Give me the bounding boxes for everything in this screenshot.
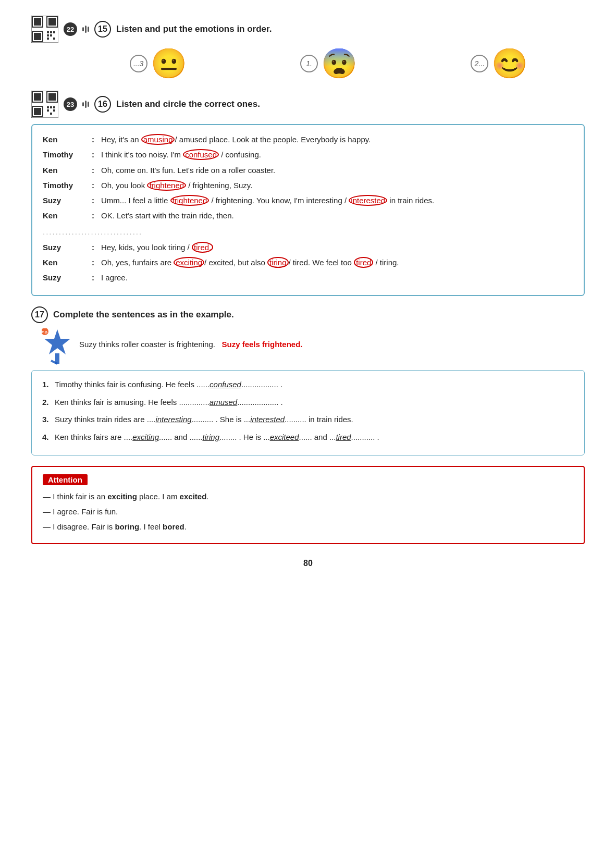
ex-num-3: 3. xyxy=(42,413,52,426)
dialogue-text-tim2: Oh, you look frightened / frightening, S… xyxy=(101,179,573,191)
svg-rect-9 xyxy=(53,31,55,33)
ex-text-3: Suzy thinks train rides are ....interest… xyxy=(55,413,353,426)
speaker-suzy2: Suzy xyxy=(43,243,90,252)
ex-row-2: 2. Ken thinks fair is amusing. He feels … xyxy=(42,396,574,409)
dialogue-text-ken3: OK. Let's start with the train ride, the… xyxy=(101,210,573,221)
circled-amusing: amusing xyxy=(141,134,175,145)
dialogue-row-ken1: Ken : Hey, it's an amusing/ amused place… xyxy=(43,133,573,145)
attention-line-2: — I agree. Fair is fun. xyxy=(43,506,573,518)
emoji-item-1: ...3 😐 xyxy=(130,49,187,78)
ex-answer-3a: interesting xyxy=(155,415,191,424)
task-number-17: 17 xyxy=(31,306,48,323)
svg-rect-4 xyxy=(48,18,56,26)
speaker-suzy1: Suzy xyxy=(43,196,90,205)
attention-line-1: — I think fair is an exciting place. I a… xyxy=(43,490,573,503)
circled-frightened2: frightened xyxy=(170,195,210,206)
ex-text-1: Timothy thinks fair is confusing. He fee… xyxy=(55,378,282,391)
exercise-box: 1. Timothy thinks fair is confusing. He … xyxy=(31,370,585,455)
emoji-item-3: 2... 😊 xyxy=(471,49,528,78)
example-sentence: Suzy thinks roller coaster is frightenin… xyxy=(79,340,215,349)
svg-rect-24 xyxy=(53,109,55,112)
task-number-15: 15 xyxy=(94,21,111,38)
dialogue-row-ken4: Ken : Oh, yes, funfairs are exciting/ ex… xyxy=(43,256,573,268)
svg-rect-6 xyxy=(34,33,41,40)
emoji-order-row: ...3 😐 1. 😨 2... 😊 xyxy=(73,49,585,78)
ex-row-1: 1. Timothy thinks fair is confusing. He … xyxy=(42,378,574,391)
page-number: 80 xyxy=(31,559,585,568)
task-number-16: 16 xyxy=(94,96,111,113)
ex-text-4: Ken thinks fairs are ....exciting...... … xyxy=(55,430,379,444)
separator: ............................... xyxy=(43,227,573,236)
speaker-ken2: Ken xyxy=(43,166,90,175)
circled-confused: confused xyxy=(183,149,219,160)
speaker-tim2: Timothy xyxy=(43,181,90,190)
dialogue-text-ken1: Hey, it's an amusing/ amused place. Look… xyxy=(101,133,573,145)
bold-boring: boring xyxy=(115,522,139,531)
ex-text-2: Ken thinks fair is amusing. He feels ...… xyxy=(55,396,283,409)
svg-rect-21 xyxy=(47,106,49,108)
dialogue-text-ken4: Oh, yes, funfairs are exciting/ excited,… xyxy=(101,256,573,268)
svg-rect-20 xyxy=(34,108,41,115)
dialogue-text-tim1: I think it's too noisy. I'm confused / c… xyxy=(101,149,573,161)
dialogue-text-ken2: Oh, come on. It's fun. Let's ride on a r… xyxy=(101,164,573,176)
speaker-suzy3: Suzy xyxy=(43,273,90,282)
dialogue-row-suzy2: Suzy : Hey, kids, you look tiring / tire… xyxy=(43,241,573,253)
svg-rect-13 xyxy=(47,38,49,40)
dialogue-text-suzy1: Umm... I feel a little frightened / frig… xyxy=(101,194,573,206)
svg-rect-2 xyxy=(34,18,41,26)
svg-rect-10 xyxy=(47,34,49,36)
svg-rect-18 xyxy=(48,93,56,101)
svg-rect-11 xyxy=(50,34,52,36)
attention-header: Attention xyxy=(43,474,88,485)
qr-code-15 xyxy=(31,16,58,43)
bold-exciting: exciting xyxy=(107,492,137,501)
circled-interested: interested xyxy=(349,195,387,206)
task-title-17: Complete the sentences as in the example… xyxy=(53,310,234,320)
circled-tired1: tired. xyxy=(192,242,213,253)
qr-code-16 xyxy=(31,91,58,118)
ex-answer-1: confused xyxy=(210,380,241,389)
attention-box: Attention — I think fair is an exciting … xyxy=(31,466,585,544)
section17-header: 17 Complete the sentences as in the exam… xyxy=(31,306,585,323)
section15-header: 22 15 Listen and put the emotions in ord… xyxy=(31,16,585,43)
track-number-15: 22 xyxy=(64,22,77,36)
ex-row-3: 3. Suzy thinks train rides are ....inter… xyxy=(42,413,574,426)
example-row: e.g. Suzy thinks roller coaster is frigh… xyxy=(42,328,585,360)
emoji-item-2: 1. 😨 xyxy=(300,49,358,78)
order-num-2: 1. xyxy=(300,55,318,72)
ex-answer-4d: tired xyxy=(336,433,351,441)
ex-answer-4b: tiring xyxy=(202,433,219,441)
dialogue-row-ken3: Ken : OK. Let's start with the train rid… xyxy=(43,210,573,221)
bold-bored: bored xyxy=(163,522,184,531)
dialogue-text-suzy2: Hey, kids, you look tiring / tired. xyxy=(101,241,573,253)
attention-line-3: — I disagree. Fair is boring. I feel bor… xyxy=(43,521,573,533)
section16-header: 23 16 Listen and circle the correct ones… xyxy=(31,91,585,118)
emoji-face-2: 😨 xyxy=(321,49,358,78)
circled-tired2: tired xyxy=(354,257,373,268)
svg-rect-7 xyxy=(47,31,49,33)
example-text: Suzy thinks roller coaster is frightenin… xyxy=(79,340,303,349)
speaker-ken1: Ken xyxy=(43,135,90,144)
svg-rect-23 xyxy=(47,109,49,112)
dialogue-row-suzy1: Suzy : Umm... I feel a little frightened… xyxy=(43,194,573,206)
audio-waves-16 xyxy=(82,101,89,108)
ex-answer-4a: exciting xyxy=(132,433,159,441)
ex-num-2: 2. xyxy=(42,396,52,409)
dialogue-row-ken2: Ken : Oh, come on. It's fun. Let's ride … xyxy=(43,164,573,176)
svg-rect-25 xyxy=(50,113,52,115)
ex-answer-3b: interested xyxy=(250,415,285,424)
ex-num-1: 1. xyxy=(42,378,52,391)
audio-waves-15 xyxy=(82,26,89,33)
dialogue-row-suzy3: Suzy : I agree. xyxy=(43,272,573,284)
svg-marker-27 xyxy=(44,329,70,354)
svg-rect-26 xyxy=(53,106,55,108)
svg-rect-16 xyxy=(34,93,41,101)
track-number-16: 23 xyxy=(64,97,77,111)
dialogue-text-suzy3: I agree. xyxy=(101,272,573,284)
dialogue-box: Ken : Hey, it's an amusing/ amused place… xyxy=(31,124,585,296)
speaker-tim1: Timothy xyxy=(43,150,90,159)
order-num-1: ...3 xyxy=(130,55,147,72)
speaker-ken4: Ken xyxy=(43,258,90,267)
example-answer: Suzy feels frightened. xyxy=(221,340,302,349)
speaker-ken3: Ken xyxy=(43,211,90,220)
